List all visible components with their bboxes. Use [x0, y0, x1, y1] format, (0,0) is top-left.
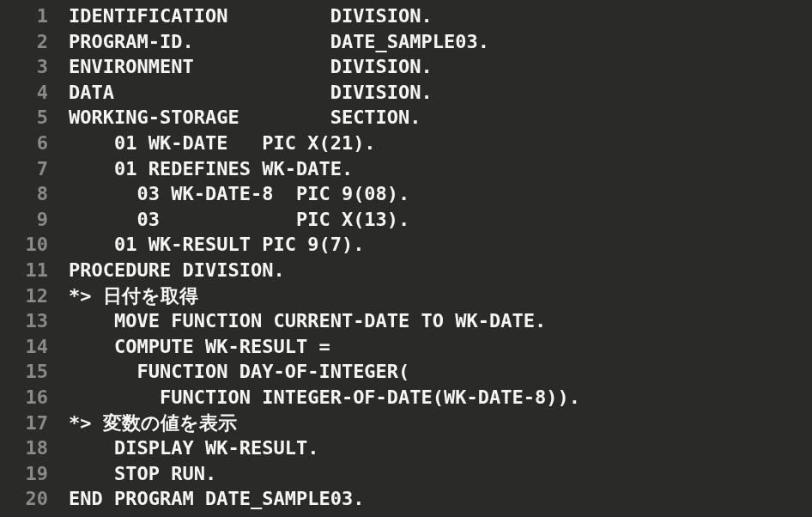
line-number: 2 — [0, 29, 48, 55]
code-line[interactable]: DISPLAY WK-RESULT. — [69, 435, 812, 461]
code-line[interactable]: FUNCTION DAY-OF-INTEGER( — [69, 359, 812, 385]
code-line[interactable]: *> 変数の値を表示 — [69, 411, 812, 436]
line-number: 5 — [0, 105, 48, 131]
code-line[interactable]: MOVE FUNCTION CURRENT-DATE TO WK-DATE. — [69, 308, 812, 334]
line-number: 10 — [0, 232, 48, 258]
code-line[interactable]: 03 PIC X(13). — [69, 207, 812, 233]
code-line[interactable]: PROGRAM-ID. DATE_SAMPLE03. — [69, 29, 812, 55]
code-line[interactable]: 01 WK-RESULT PIC 9(7). — [69, 232, 812, 258]
code-area[interactable]: IDENTIFICATION DIVISION.PROGRAM-ID. DATE… — [53, 3, 812, 512]
line-number-gutter: 1234567891011121314151617181920 — [0, 3, 53, 512]
code-line[interactable]: PROCEDURE DIVISION. — [69, 258, 812, 283]
line-number: 14 — [0, 334, 48, 360]
line-number: 11 — [0, 258, 48, 283]
line-number: 8 — [0, 181, 48, 207]
line-number: 20 — [0, 486, 48, 512]
line-number: 4 — [0, 80, 48, 106]
code-line[interactable]: STOP RUN. — [69, 461, 812, 487]
code-line[interactable]: ENVIRONMENT DIVISION. — [69, 54, 812, 80]
code-line[interactable]: 03 WK-DATE-8 PIC 9(08). — [69, 181, 812, 207]
code-line[interactable]: IDENTIFICATION DIVISION. — [69, 3, 812, 29]
line-number: 9 — [0, 207, 48, 233]
code-line[interactable]: *> 日付を取得 — [69, 283, 812, 309]
line-number: 3 — [0, 54, 48, 80]
line-number: 7 — [0, 156, 48, 182]
line-number: 6 — [0, 131, 48, 156]
code-editor[interactable]: 1234567891011121314151617181920 IDENTIFI… — [0, 0, 812, 512]
code-line[interactable]: 01 WK-DATE PIC X(21). — [69, 131, 812, 156]
line-number: 1 — [0, 3, 48, 29]
code-line[interactable]: COMPUTE WK-RESULT = — [69, 334, 812, 360]
line-number: 18 — [0, 435, 48, 461]
code-line[interactable]: 01 REDEFINES WK-DATE. — [69, 156, 812, 182]
line-number: 12 — [0, 283, 48, 309]
line-number: 15 — [0, 359, 48, 385]
line-number: 17 — [0, 411, 48, 436]
line-number: 13 — [0, 308, 48, 334]
code-line[interactable]: END PROGRAM DATE_SAMPLE03. — [69, 486, 812, 512]
code-line[interactable]: WORKING-STORAGE SECTION. — [69, 105, 812, 131]
line-number: 19 — [0, 461, 48, 487]
code-line[interactable]: FUNCTION INTEGER-OF-DATE(WK-DATE-8)). — [69, 385, 812, 411]
line-number: 16 — [0, 385, 48, 411]
code-line[interactable]: DATA DIVISION. — [69, 80, 812, 106]
